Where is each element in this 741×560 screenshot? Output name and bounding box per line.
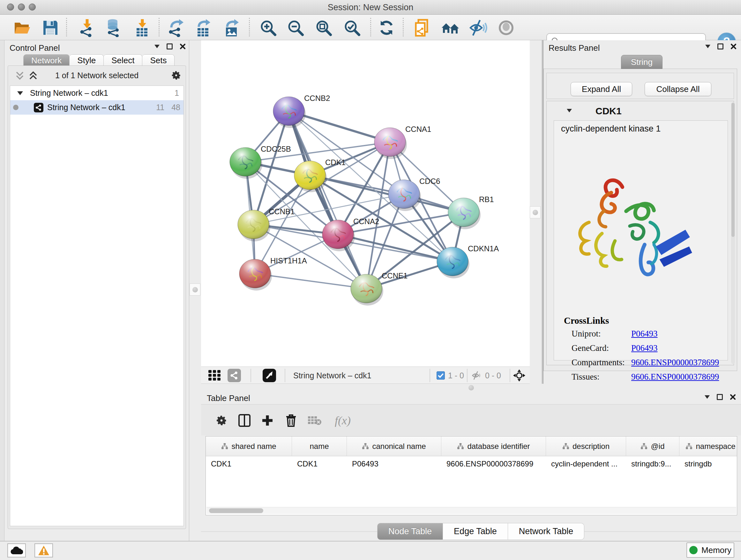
network-node-CDK1[interactable]: CDK1: [294, 158, 346, 192]
table-settings-button[interactable]: [214, 413, 229, 428]
network-graph[interactable]: CCNB2CCNA1CDC25BCDK1CDC6RB1CCNB1CCNA2CDK…: [201, 40, 530, 367]
titlebar: Session: New Session: [0, 0, 741, 15]
cloud-status-button[interactable]: [7, 543, 26, 557]
table-cell[interactable]: 9606.ENSP00000378699: [441, 456, 546, 472]
table-hscrollbar-thumb[interactable]: [209, 508, 263, 513]
float-panel-button[interactable]: [717, 394, 723, 400]
column-header-shared-name[interactable]: shared name: [206, 436, 292, 456]
show-all-button[interactable]: [496, 18, 516, 37]
results-scrollbar-thumb[interactable]: [731, 103, 735, 237]
panel-menu-icon[interactable]: [705, 45, 711, 48]
network-canvas[interactable]: CCNB2CCNA1CDC25BCDK1CDC6RB1CCNB1CCNA2CDK…: [201, 40, 530, 367]
network-node-HIST1H1A[interactable]: HIST1H1A: [239, 256, 307, 291]
float-panel-button[interactable]: [166, 44, 173, 50]
export-table-button[interactable]: [193, 18, 213, 37]
network-column-icon: [221, 443, 228, 450]
left-splitter[interactable]: [189, 40, 201, 541]
delete-column-button[interactable]: [283, 413, 299, 428]
network-options-gear-icon[interactable]: [171, 70, 181, 80]
open-session-button[interactable]: [12, 18, 32, 37]
panel-menu-icon[interactable]: [154, 45, 159, 48]
expand-all-button[interactable]: Expand All: [570, 82, 632, 96]
tab-network-table[interactable]: Network Table: [508, 523, 585, 540]
network-node-CCNE1[interactable]: CCNE1: [351, 271, 408, 306]
import-network-database-button[interactable]: [103, 18, 124, 37]
delete-table-button[interactable]: [307, 413, 322, 428]
first-neighbors-button[interactable]: [441, 18, 461, 37]
network-edge-CDK1-RB1[interactable]: [310, 175, 464, 212]
gene-section-header[interactable]: CDK1: [547, 101, 734, 120]
save-session-button[interactable]: [40, 18, 61, 37]
column-header-name[interactable]: name: [292, 436, 347, 456]
create-column-button[interactable]: [260, 413, 275, 428]
network-node-CCNA1[interactable]: CCNA1: [374, 125, 431, 159]
network-node-CCNB2[interactable]: CCNB2: [273, 94, 330, 128]
grid-view-icon[interactable]: [208, 369, 224, 381]
crosslink-link[interactable]: P06493: [631, 343, 658, 353]
tab-select[interactable]: Select: [104, 54, 142, 66]
table-cell[interactable]: stringdb: [679, 456, 741, 472]
network-view-icon[interactable]: [227, 369, 241, 382]
crosslink-link[interactable]: 9606.ENSP00000378699: [631, 358, 719, 368]
tab-network[interactable]: Network: [23, 54, 70, 66]
crosslink-link[interactable]: P06493: [631, 329, 658, 339]
close-panel-icon[interactable]: [180, 44, 186, 50]
table-tabs: Node TableEdge TableNetwork Table: [377, 523, 584, 540]
column-header-canonical-name[interactable]: canonical name: [347, 436, 441, 456]
memory-button[interactable]: Memory: [686, 543, 734, 558]
close-panel-icon[interactable]: [731, 44, 737, 50]
network-node-CDC6[interactable]: CDC6: [388, 177, 440, 211]
eye-slash-icon: [469, 19, 488, 37]
zoom-in-button[interactable]: [258, 18, 278, 37]
refresh-button[interactable]: [376, 18, 397, 37]
tree-expander-icon[interactable]: [17, 91, 23, 95]
birdseye-view-icon[interactable]: [263, 369, 276, 382]
tab-sets[interactable]: Sets: [142, 54, 175, 66]
left-splitter-handle[interactable]: [190, 284, 200, 296]
function-builder-button[interactable]: f(x): [330, 413, 355, 428]
column-header-namespace[interactable]: namespace: [679, 436, 741, 456]
show-eye-icon: [497, 19, 515, 37]
close-panel-icon[interactable]: [730, 394, 736, 400]
tab-edge-table[interactable]: Edge Table: [443, 523, 508, 540]
column-header--id[interactable]: @id: [626, 436, 679, 456]
tab-node-table[interactable]: Node Table: [377, 523, 443, 540]
tab-style[interactable]: Style: [70, 54, 104, 66]
collapse-all-button[interactable]: Collapse All: [645, 82, 711, 96]
section-expander-icon[interactable]: [567, 109, 572, 112]
column-header-description[interactable]: description: [546, 436, 626, 456]
tab-string[interactable]: String: [621, 55, 663, 69]
import-network-file-button[interactable]: [76, 18, 97, 37]
right-splitter[interactable]: [530, 40, 542, 384]
network-collection-row[interactable]: String Network – cdk1 1: [10, 86, 184, 100]
panel-menu-icon[interactable]: [704, 395, 710, 399]
float-panel-button[interactable]: [718, 44, 724, 50]
zoom-fit-button[interactable]: [313, 18, 334, 37]
table-cell[interactable]: CDK1: [292, 456, 347, 472]
import-table-file-button[interactable]: [131, 18, 152, 37]
network-from-document-button[interactable]: [412, 18, 432, 37]
export-image-button[interactable]: [221, 18, 242, 37]
right-splitter-handle[interactable]: [530, 206, 541, 219]
table-cell[interactable]: P06493: [347, 456, 441, 472]
results-scrollbar[interactable]: [731, 102, 735, 364]
zoom-out-button[interactable]: [285, 18, 306, 37]
table-cell[interactable]: CDK1: [206, 456, 292, 472]
warnings-button[interactable]: [35, 543, 53, 557]
table-hscrollbar[interactable]: [206, 507, 736, 514]
network-node-CDKN1A[interactable]: CDKN1A: [437, 244, 499, 278]
network-node-RB1[interactable]: RB1: [448, 195, 494, 229]
horizontal-splitter-handle[interactable]: [468, 385, 474, 390]
table-row[interactable]: CDK1CDK1P064939606.ENSP00000378699cyclin…: [206, 456, 737, 472]
zoom-selected-button[interactable]: [342, 18, 362, 37]
hide-selected-button[interactable]: [468, 18, 488, 37]
network-row-selected[interactable]: String Network – cdk1 11 48: [10, 100, 184, 115]
selected-checkbox-icon[interactable]: [436, 371, 445, 380]
table-cell[interactable]: cyclin-dependent ...: [546, 456, 626, 472]
export-network-button[interactable]: [165, 18, 186, 37]
show-columns-button[interactable]: [237, 413, 252, 428]
crosslink-link[interactable]: 9606.ENSP00000378699: [631, 372, 719, 382]
table-cell[interactable]: stringdb:9...: [626, 456, 679, 472]
fit-selected-crosshair-icon[interactable]: [513, 369, 526, 382]
column-header-database-identifier[interactable]: database identifier: [441, 436, 546, 456]
